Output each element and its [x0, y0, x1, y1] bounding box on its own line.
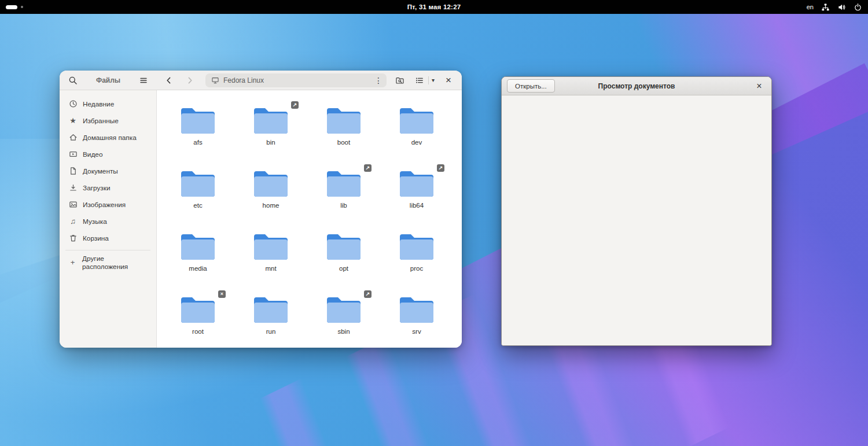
folder-item-lib64[interactable]: ↗ lib64 [382, 167, 451, 223]
folder-item-opt[interactable]: opt [310, 230, 378, 286]
system-status-area[interactable]: en [807, 0, 862, 14]
folder-icon [253, 232, 289, 261]
symlink-emblem-icon: ↗ [364, 164, 372, 172]
view-toggle: ▾ [412, 73, 436, 88]
hamburger-menu-button[interactable] [136, 73, 151, 88]
folder-item-home[interactable]: home [237, 167, 305, 223]
sidebar-item-music[interactable]: ♫ Музыка [63, 213, 153, 230]
sidebar-item-starred[interactable]: ★ Избранные [63, 112, 153, 129]
folder-name: dev [411, 139, 422, 146]
folder-icon: ↗ [253, 106, 289, 135]
folder-icon [399, 295, 435, 324]
folder-item-srv[interactable]: srv [382, 293, 451, 348]
close-icon: × [756, 81, 762, 91]
sidebar-item-videos[interactable]: Видео [63, 146, 153, 163]
image-icon [68, 200, 78, 209]
folder-item-etc[interactable]: etc [164, 167, 232, 223]
headerbar-actions: ▾ × [392, 73, 462, 88]
folder-name: opt [339, 265, 348, 272]
folder-icon: ↗ [326, 169, 362, 198]
folder-name: lib [340, 202, 347, 209]
sidebar-separator [65, 250, 150, 250]
navigation-buttons [161, 73, 197, 88]
sidebar-item-label: Корзина [83, 234, 109, 242]
folder-item-sbin[interactable]: ↗ sbin [310, 293, 378, 348]
toggle-separator [428, 76, 429, 84]
folder-icon [253, 295, 289, 324]
folder-name: etc [193, 202, 202, 209]
folder-name: srv [412, 328, 421, 335]
sidebar-item-label: Видео [83, 150, 102, 159]
sidebar-item-label: Избранные [83, 117, 119, 125]
sidebar-item-home[interactable]: Домашняя папка [63, 129, 153, 146]
folder-item-run[interactable]: run [237, 293, 305, 348]
folder-name: root [192, 328, 204, 335]
volume-icon[interactable] [837, 3, 846, 12]
path-bar[interactable]: Fedora Linux ⋮ [205, 73, 387, 87]
list-view-button[interactable] [412, 73, 427, 88]
clock-icon [68, 99, 78, 108]
keyboard-layout-indicator[interactable]: en [807, 3, 814, 10]
folder-item-boot[interactable]: boot [310, 104, 378, 160]
folder-icon [180, 106, 216, 135]
folder-name: home [263, 202, 279, 209]
sidebar-item-documents[interactable]: Документы [63, 163, 153, 179]
folder-name: lib64 [410, 202, 424, 209]
folder-item-proc[interactable]: proc [382, 230, 451, 286]
folder-name: media [189, 265, 207, 272]
download-icon [68, 183, 78, 192]
folder-icon [180, 169, 216, 198]
video-icon [68, 150, 78, 159]
folder-item-lib[interactable]: ↗ lib [310, 167, 378, 223]
open-document-button[interactable]: Открыть... [507, 79, 555, 93]
document-viewer-titlebar[interactable]: Открыть... Просмотр документов × [502, 77, 771, 95]
back-button[interactable] [161, 73, 176, 88]
trash-icon [68, 234, 78, 242]
symlink-emblem-icon: ↗ [437, 164, 444, 172]
folder-icon [326, 232, 362, 261]
folder-icon [399, 232, 435, 261]
files-headerbar[interactable]: Файлы Fedora Linux ⋮ [60, 71, 462, 90]
close-window-button[interactable]: × [441, 73, 456, 88]
folder-item-mnt[interactable]: mnt [237, 230, 305, 286]
document-viewer-empty-area [502, 95, 771, 345]
document-icon [68, 167, 78, 175]
sidebar-item-label: Другие расположения [82, 255, 148, 271]
close-window-button[interactable]: × [753, 80, 766, 93]
folder-item-bin[interactable]: ↗ bin [237, 104, 305, 160]
sidebar-item-recent[interactable]: Недавние [63, 95, 153, 112]
folder-icon: ↗ [326, 295, 362, 324]
folder-icon: ↗ [399, 169, 435, 198]
folder-item-root[interactable]: × root [164, 293, 232, 348]
sidebar-item-pictures[interactable]: Изображения [63, 196, 153, 213]
folder-name: mnt [265, 265, 276, 272]
folder-search-button[interactable] [392, 73, 407, 88]
sidebar-item-label: Изображения [83, 201, 126, 209]
clock[interactable]: Пт, 31 мая 12:27 [407, 0, 461, 14]
kebab-menu-icon[interactable]: ⋮ [373, 75, 384, 86]
music-icon: ♫ [68, 218, 78, 225]
folder-name: boot [337, 139, 350, 146]
sidebar-item-label: Музыка [83, 218, 107, 226]
folder-name: run [266, 328, 276, 335]
forward-button[interactable] [182, 73, 197, 88]
folder-item-afs[interactable]: afs [164, 104, 232, 160]
top-bar: Пт, 31 мая 12:27 en [0, 0, 868, 14]
files-content-area[interactable]: afs ↗ bin boot dev [157, 90, 462, 348]
sidebar-item-other-locations[interactable]: + Другие расположения [63, 254, 153, 271]
files-sidebar: Недавние ★ Избранные Домашняя папка Виде… [60, 90, 157, 348]
network-icon[interactable] [821, 3, 830, 12]
folder-icon [253, 169, 289, 198]
activities-indicator[interactable] [6, 0, 23, 14]
current-location-label: Fedora Linux [223, 76, 369, 84]
folder-item-dev[interactable]: dev [382, 104, 451, 160]
search-button[interactable] [65, 73, 80, 88]
document-viewer-window: Открыть... Просмотр документов × [501, 76, 772, 346]
folder-icon [326, 106, 362, 135]
sidebar-item-label: Загрузки [83, 184, 110, 192]
sidebar-item-downloads[interactable]: Загрузки [63, 179, 153, 196]
folder-item-media[interactable]: media [164, 230, 232, 286]
sidebar-item-trash[interactable]: Корзина [63, 230, 153, 246]
power-icon[interactable] [854, 3, 862, 12]
view-dropdown-icon[interactable]: ▾ [430, 77, 436, 83]
